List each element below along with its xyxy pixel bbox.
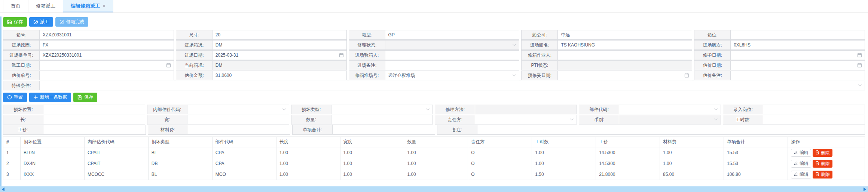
field-special-condition: 特殊条件: [3, 81, 865, 90]
entry-voyage-input[interactable]: 0XL6HS [731, 40, 865, 50]
part-code-label: 部件代码: [579, 105, 619, 114]
internal-valuation-code-select[interactable] [187, 105, 289, 114]
column-header: 长度 [276, 137, 340, 147]
dispatch-button[interactable]: 派工 [29, 17, 53, 27]
repair-complete-button[interactable]: 修箱完成 [55, 17, 88, 27]
field-damage-position: 损坏位置: [3, 105, 145, 114]
table-cell: 15.53 [724, 147, 788, 158]
save-button[interactable]: 保存 [3, 17, 27, 27]
responsible-party-label: 责任方: [435, 115, 475, 124]
table-cell: 15.53 [724, 158, 788, 169]
tab-label: 修箱派工 [36, 3, 55, 9]
size-input[interactable]: 20 [213, 30, 347, 40]
save-detail-button[interactable]: 保存 [73, 93, 97, 102]
entry-condition-input[interactable]: DM [213, 40, 347, 50]
responsible-party-select[interactable] [475, 115, 577, 124]
field-slot-position: 箱位: [694, 30, 865, 40]
table-cell: 1.00 [404, 169, 468, 180]
shipping-company-input[interactable]: 中远 [558, 30, 692, 40]
table-cell: CPA [212, 147, 276, 158]
column-header: 内部估价代码 [84, 137, 148, 147]
add-row-button[interactable]: 新增一条数据 [29, 93, 71, 102]
chevron-down-icon [512, 74, 516, 77]
edit-button[interactable]: 编辑 [791, 149, 811, 157]
repair-operator-input[interactable] [558, 50, 692, 60]
table-cell: DB [148, 158, 212, 169]
table-cell: 14.5300 [596, 147, 660, 158]
special-condition-select[interactable] [40, 81, 865, 90]
entry-reason-input[interactable]: FX [40, 40, 174, 50]
field-container-type: 箱型:GP [349, 30, 520, 40]
field-material-fee: 材料费: [148, 125, 291, 135]
remark-input[interactable] [477, 125, 865, 135]
entry-position-label: 录入岗位: [723, 105, 763, 114]
delete-button[interactable]: 删除 [813, 149, 832, 157]
length-input[interactable] [43, 115, 145, 124]
entry-position-input[interactable] [763, 105, 865, 114]
edit-button[interactable]: 编辑 [791, 171, 811, 178]
width-input[interactable] [187, 115, 289, 124]
trash-icon [815, 150, 819, 156]
calendar-icon [857, 63, 862, 68]
table-cell: BL [148, 147, 212, 158]
damage-type-select[interactable] [331, 105, 433, 114]
labor-price-input[interactable] [43, 125, 146, 135]
dispatch-date-input[interactable] [40, 60, 174, 70]
left-edge-strip [0, 16, 1, 186]
edit-button[interactable]: 编辑 [791, 160, 811, 168]
entry-remark-label: 进场备注: [349, 60, 385, 70]
table-cell: 85.00 [660, 169, 724, 180]
size-label: 尺寸: [176, 30, 213, 40]
table-cell: CPA [212, 158, 276, 169]
valuation-date-label: 估价日期: [694, 60, 731, 70]
scroll-right-arrow-icon[interactable] [864, 188, 866, 191]
delete-button[interactable]: 删除 [813, 160, 832, 168]
tab-bar: 首页修箱派工编辑修箱派工× [0, 0, 868, 13]
slot-position-input[interactable] [731, 30, 865, 40]
container-no-input[interactable]: XZXZ0331001 [40, 30, 174, 40]
row-actions-cell: 编辑删除 [788, 147, 865, 158]
field-size: 尺寸:20 [176, 30, 347, 40]
valuation-remark-label: 估价备注: [694, 70, 731, 80]
work-hours-input[interactable] [763, 115, 865, 124]
tab-home[interactable]: 首页 [3, 0, 28, 12]
entry-remark-input[interactable] [385, 60, 520, 70]
entry-bl-no-input[interactable]: XZXZ20250331001 [40, 50, 174, 60]
material-fee-input[interactable] [188, 125, 291, 135]
scroll-left-arrow-icon[interactable] [2, 188, 4, 191]
form-row: 箱号:XZXZ0331001尺寸:20箱型:GP船公司:中远箱位: [3, 30, 865, 40]
labor-price-label: 工价: [3, 125, 43, 135]
expected-repair-date-input[interactable] [558, 70, 692, 80]
table-cell: CPAIT [84, 147, 148, 158]
field-repair-status: 修理状态: [349, 40, 520, 50]
damage-position-input[interactable] [43, 105, 145, 114]
valuation-amount-input[interactable]: 31.0600 [213, 70, 347, 80]
reset-button[interactable]: 重置 [3, 93, 27, 102]
currency-label: 币别: [579, 115, 619, 124]
column-header: 数量 [404, 137, 468, 147]
pencil-icon [794, 150, 798, 156]
delete-button[interactable]: 删除 [813, 171, 832, 178]
repair-yard-select[interactable]: 远洋仓配堆场 [385, 70, 520, 80]
table-cell: 1.00 [340, 158, 404, 169]
entry-vessel-label: 进场船名: [521, 40, 558, 50]
horizontal-scrollbar[interactable] [0, 186, 868, 192]
row-index-cell: 1 [3, 147, 21, 158]
entry-date-input[interactable]: 2025-03-31 [213, 50, 347, 60]
tab-container-repair-dispatch[interactable]: 修箱派工 [28, 0, 63, 12]
close-icon[interactable]: × [103, 3, 106, 9]
part-code-select[interactable] [619, 105, 721, 114]
quantity-input[interactable] [331, 115, 433, 124]
entry-vessel-input[interactable]: TS KAOHSIUNG [558, 40, 692, 50]
valuation-remark-input[interactable] [731, 70, 865, 80]
entry-inspector-input[interactable] [385, 50, 520, 60]
item-total-input[interactable] [333, 125, 435, 135]
container-info-form: 箱号:XZXZ0331001尺寸:20箱型:GP船公司:中远箱位:进场原因:FX… [3, 30, 865, 90]
valuation-date-input[interactable] [731, 60, 865, 70]
tab-edit-container-repair-dispatch[interactable]: 编辑修箱派工× [63, 0, 113, 12]
repair-finish-date-input[interactable] [731, 50, 865, 60]
expected-repair-date-label: 预修妥日期: [521, 70, 558, 80]
table-cell: O [468, 147, 532, 158]
container-type-input[interactable]: GP [385, 30, 520, 40]
valuation-no-input[interactable] [40, 70, 174, 80]
